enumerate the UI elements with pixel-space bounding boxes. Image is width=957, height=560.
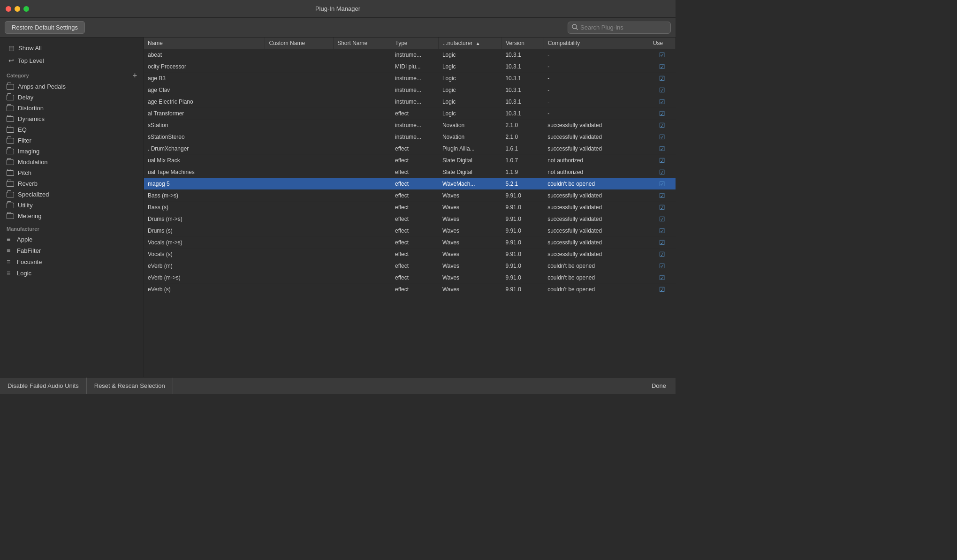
table-row[interactable]: al Transformer effect Logic 10.3.1 - ☑ bbox=[144, 108, 676, 120]
col-header-type[interactable]: Type bbox=[391, 38, 439, 49]
sidebar-manufacturer-item[interactable]: Logic bbox=[0, 267, 144, 279]
close-button[interactable] bbox=[6, 6, 11, 12]
use-checkbox[interactable]: ☑ bbox=[659, 192, 665, 199]
use-checkbox[interactable]: ☑ bbox=[659, 133, 665, 141]
col-header-manufacturer[interactable]: ...nufacturer ▲ bbox=[439, 38, 502, 49]
use-checkbox[interactable]: ☑ bbox=[659, 227, 665, 235]
table-row[interactable]: ual Mix Rack effect Slate Digital 1.0.7 … bbox=[144, 155, 676, 166]
table-row[interactable]: age Electric Piano instrume... Logic 10.… bbox=[144, 96, 676, 108]
table-row[interactable]: eVerb (m->s) effect Waves 9.91.0 couldn'… bbox=[144, 272, 676, 284]
disable-failed-button[interactable]: Disable Failed Audio Units bbox=[0, 378, 87, 394]
cell-use[interactable]: ☑ bbox=[649, 213, 675, 225]
use-checkbox[interactable]: ☑ bbox=[659, 180, 665, 188]
sidebar-category-item[interactable]: Pitch bbox=[0, 167, 144, 178]
restore-default-button[interactable]: Restore Default Settings bbox=[5, 21, 85, 34]
col-header-version[interactable]: Version bbox=[501, 38, 544, 49]
sidebar-category-item[interactable]: Utility bbox=[0, 200, 144, 211]
table-row[interactable]: ocity Processor MIDI plu... Logic 10.3.1… bbox=[144, 61, 676, 73]
use-checkbox[interactable]: ☑ bbox=[659, 121, 665, 129]
sidebar-category-item[interactable]: Metering bbox=[0, 211, 144, 221]
table-row[interactable]: Vocals (s) effect Waves 9.91.0 successfu… bbox=[144, 249, 676, 260]
table-row[interactable]: magog 5 effect WaveMach... 5.2.1 couldn'… bbox=[144, 178, 676, 190]
use-checkbox[interactable]: ☑ bbox=[659, 63, 665, 70]
cell-use[interactable]: ☑ bbox=[649, 96, 675, 108]
use-checkbox[interactable]: ☑ bbox=[659, 204, 665, 211]
table-row[interactable]: Drums (s) effect Waves 9.91.0 successful… bbox=[144, 225, 676, 237]
cell-use[interactable]: ☑ bbox=[649, 190, 675, 202]
done-button[interactable]: Done bbox=[642, 378, 676, 394]
table-row[interactable]: eVerb (s) effect Waves 9.91.0 couldn't b… bbox=[144, 284, 676, 295]
table-row[interactable]: eVerb (m) effect Waves 9.91.0 couldn't b… bbox=[144, 260, 676, 272]
col-header-name[interactable]: Name bbox=[144, 38, 265, 49]
table-row[interactable]: age B3 instrume... Logic 10.3.1 - ☑ bbox=[144, 73, 676, 84]
cell-use[interactable]: ☑ bbox=[649, 166, 675, 178]
add-category-button[interactable]: + bbox=[133, 72, 137, 79]
cell-use[interactable]: ☑ bbox=[649, 108, 675, 120]
sidebar-category-item[interactable]: Distortion bbox=[0, 103, 144, 114]
cell-use[interactable]: ☑ bbox=[649, 131, 675, 143]
search-input[interactable] bbox=[580, 24, 667, 31]
col-header-compatibility[interactable]: Compatibility bbox=[544, 38, 649, 49]
use-checkbox[interactable]: ☑ bbox=[659, 110, 665, 117]
table-row[interactable]: Vocals (m->s) effect Waves 9.91.0 succes… bbox=[144, 237, 676, 249]
use-checkbox[interactable]: ☑ bbox=[659, 250, 665, 258]
sidebar-category-item[interactable]: Modulation bbox=[0, 157, 144, 167]
table-row[interactable]: sStation instrume... Novation 2.1.0 succ… bbox=[144, 120, 676, 131]
sidebar-category-item[interactable]: Amps and Pedals bbox=[0, 81, 144, 92]
sidebar-category-item[interactable]: Filter bbox=[0, 135, 144, 146]
col-header-short-name[interactable]: Short Name bbox=[334, 38, 391, 49]
table-row[interactable]: Bass (s) effect Waves 9.91.0 successfull… bbox=[144, 202, 676, 213]
cell-use[interactable]: ☑ bbox=[649, 249, 675, 260]
use-checkbox[interactable]: ☑ bbox=[659, 274, 665, 281]
sidebar-item-top-level[interactable]: ↩ Top Level bbox=[2, 54, 142, 67]
sidebar-category-item[interactable]: Imaging bbox=[0, 146, 144, 157]
table-row[interactable]: age Clav instrume... Logic 10.3.1 - ☑ bbox=[144, 84, 676, 96]
use-checkbox[interactable]: ☑ bbox=[659, 98, 665, 106]
use-checkbox[interactable]: ☑ bbox=[659, 86, 665, 94]
reset-rescan-button[interactable]: Reset & Rescan Selection bbox=[87, 378, 173, 394]
cell-use[interactable]: ☑ bbox=[649, 120, 675, 131]
cell-use[interactable]: ☑ bbox=[649, 84, 675, 96]
use-checkbox[interactable]: ☑ bbox=[659, 145, 665, 152]
use-checkbox[interactable]: ☑ bbox=[659, 51, 665, 59]
col-header-use[interactable]: Use bbox=[649, 38, 675, 49]
use-checkbox[interactable]: ☑ bbox=[659, 262, 665, 270]
use-checkbox[interactable]: ☑ bbox=[659, 215, 665, 223]
sidebar-item-show-all[interactable]: ▤ Show All bbox=[2, 42, 142, 54]
use-checkbox[interactable]: ☑ bbox=[659, 239, 665, 246]
sidebar-category-item[interactable]: Delay bbox=[0, 92, 144, 103]
sidebar-category-item[interactable]: Specialized bbox=[0, 189, 144, 200]
maximize-button[interactable] bbox=[23, 6, 29, 12]
table-row[interactable]: abeat instrume... Logic 10.3.1 - ☑ bbox=[144, 49, 676, 61]
use-checkbox[interactable]: ☑ bbox=[659, 168, 665, 176]
col-header-custom-name[interactable]: Custom Name bbox=[265, 38, 334, 49]
table-row[interactable]: Drums (m->s) effect Waves 9.91.0 success… bbox=[144, 213, 676, 225]
cell-use[interactable]: ☑ bbox=[649, 237, 675, 249]
cell-use[interactable]: ☑ bbox=[649, 260, 675, 272]
sidebar-category-item[interactable]: EQ bbox=[0, 124, 144, 135]
cell-use[interactable]: ☑ bbox=[649, 202, 675, 213]
sidebar-manufacturer-item[interactable]: FabFilter bbox=[0, 245, 144, 256]
cell-use[interactable]: ☑ bbox=[649, 143, 675, 155]
table-row[interactable]: . DrumXchanger effect Plugin Allia... 1.… bbox=[144, 143, 676, 155]
cell-use[interactable]: ☑ bbox=[649, 61, 675, 73]
table-wrapper[interactable]: Name Custom Name Short Name Type bbox=[144, 38, 676, 377]
cell-use[interactable]: ☑ bbox=[649, 49, 675, 61]
cell-use[interactable]: ☑ bbox=[649, 284, 675, 295]
sidebar-manufacturer-item[interactable]: Apple bbox=[0, 234, 144, 245]
cell-use[interactable]: ☑ bbox=[649, 155, 675, 166]
sidebar-manufacturer-item[interactable]: Focusrite bbox=[0, 256, 144, 267]
use-checkbox[interactable]: ☑ bbox=[659, 75, 665, 82]
cell-use[interactable]: ☑ bbox=[649, 178, 675, 190]
cell-use[interactable]: ☑ bbox=[649, 225, 675, 237]
cell-use[interactable]: ☑ bbox=[649, 272, 675, 284]
table-row[interactable]: ual Tape Machines effect Slate Digital 1… bbox=[144, 166, 676, 178]
table-row[interactable]: Bass (m->s) effect Waves 9.91.0 successf… bbox=[144, 190, 676, 202]
sidebar-category-item[interactable]: Reverb bbox=[0, 178, 144, 189]
table-row[interactable]: sStationStereo instrume... Novation 2.1.… bbox=[144, 131, 676, 143]
use-checkbox[interactable]: ☑ bbox=[659, 157, 665, 164]
use-checkbox[interactable]: ☑ bbox=[659, 286, 665, 293]
sidebar-category-item[interactable]: Dynamics bbox=[0, 114, 144, 124]
minimize-button[interactable] bbox=[15, 6, 20, 12]
cell-use[interactable]: ☑ bbox=[649, 73, 675, 84]
